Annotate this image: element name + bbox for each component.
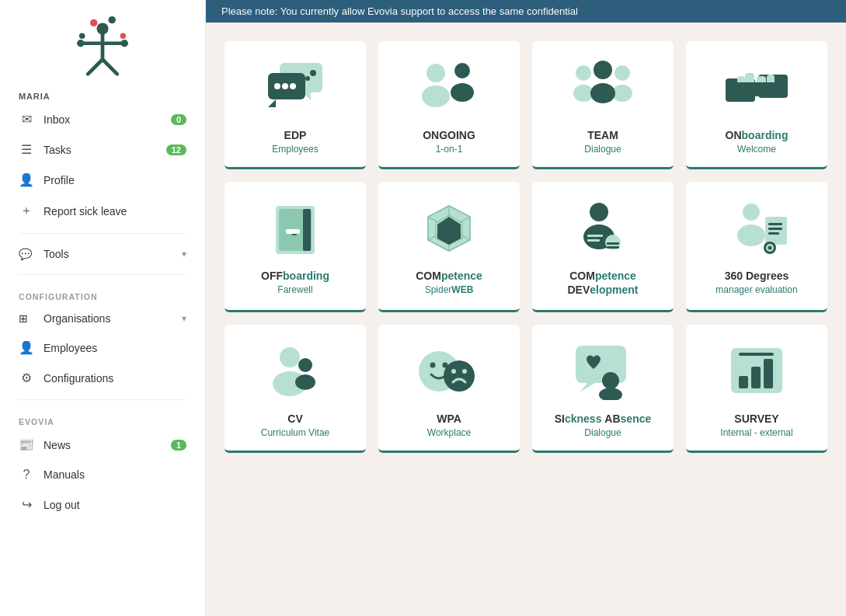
- top-banner: Please note: You currently allow Evovia …: [206, 0, 846, 23]
- tasks-label: Tasks: [44, 144, 71, 156]
- svg-point-23: [422, 85, 450, 107]
- module-team[interactable]: TEAM Dialogue: [532, 41, 674, 169]
- ongoing-subtitle: 1-on-1: [436, 144, 463, 155]
- inbox-badge: 0: [171, 114, 186, 125]
- organisations-icon: ⊞: [19, 312, 34, 325]
- svg-point-59: [737, 224, 765, 246]
- module-sickness[interactable]: SIckness ABsence Dialogue: [532, 325, 674, 453]
- module-edp[interactable]: EDP Employees: [225, 41, 366, 169]
- svg-point-51: [590, 203, 608, 221]
- nav-employees[interactable]: 👤 Employees: [0, 332, 205, 363]
- employees-icon: 👤: [19, 340, 34, 355]
- svg-rect-55: [607, 242, 619, 245]
- nav-logout[interactable]: ↪ Log out: [0, 489, 205, 520]
- main-content: Please note: You currently allow Evovia …: [206, 0, 846, 616]
- news-label: News: [44, 439, 71, 451]
- banner-text: Please note: You currently allow Evovia …: [221, 5, 578, 17]
- divider-1: [19, 233, 186, 234]
- cv-subtitle: Curriculum Vitae: [261, 427, 329, 438]
- nav-configurations[interactable]: ⚙ Configurations: [0, 363, 205, 393]
- team-subtitle: Dialogue: [584, 144, 621, 155]
- svg-rect-61: [768, 223, 782, 225]
- svg-point-58: [743, 204, 760, 221]
- nav-tools[interactable]: 💬 Tools ▾: [0, 240, 205, 268]
- configurations-icon: ⚙: [19, 371, 34, 385]
- onboarding-icon: [718, 57, 796, 119]
- svg-rect-82: [739, 376, 748, 388]
- svg-point-74: [444, 360, 475, 392]
- nav-manuals[interactable]: ? Manuals: [0, 460, 205, 489]
- spiderweb-subtitle: SpiderWEB: [425, 284, 474, 295]
- development-icon: [564, 197, 642, 259]
- module-360[interactable]: 360 Degrees manager evaluation: [686, 182, 827, 311]
- cv-title: CV: [287, 412, 302, 426]
- svg-point-80: [599, 388, 622, 400]
- logout-icon: ↪: [19, 497, 34, 512]
- module-cv[interactable]: CV Curriculum Vitae: [225, 325, 366, 453]
- nav-profile[interactable]: 👤 Profile: [0, 165, 205, 195]
- module-onboarding[interactable]: ONboarding Welcome: [686, 41, 827, 169]
- profile-label: Profile: [44, 174, 75, 186]
- module-ongoing[interactable]: ONGOING 1-on-1: [378, 41, 520, 169]
- onboarding-subtitle: Welcome: [737, 144, 776, 155]
- nav-organisations[interactable]: ⊞ Organisations ▾: [0, 305, 205, 332]
- svg-point-72: [430, 363, 436, 368]
- logo-container: [0, 0, 205, 85]
- inbox-icon: ✉: [19, 112, 34, 127]
- organisations-arrow-icon: ▾: [182, 313, 186, 324]
- svg-point-28: [614, 65, 630, 81]
- nav-tasks[interactable]: ☰ Tasks 12: [0, 134, 205, 165]
- employees-label: Employees: [44, 342, 97, 354]
- svg-point-67: [280, 347, 300, 367]
- offboarding-title: OFFboarding: [261, 269, 329, 283]
- svg-line-4: [103, 59, 117, 74]
- svg-point-5: [77, 40, 84, 47]
- svg-point-30: [594, 61, 612, 79]
- manuals-label: Manuals: [44, 468, 85, 481]
- survey-title: SURVEY: [734, 412, 778, 426]
- svg-point-18: [282, 83, 288, 89]
- nav-news[interactable]: 📰 News 1: [0, 430, 205, 460]
- svg-rect-41: [303, 209, 311, 251]
- svg-rect-83: [751, 367, 761, 388]
- profile-icon: 👤: [19, 172, 34, 187]
- svg-point-17: [274, 83, 280, 89]
- nav-inbox[interactable]: ✉ Inbox 0: [0, 104, 205, 134]
- module-survey[interactable]: SURVEY Internal - external: [686, 325, 827, 453]
- organisations-label: Organisations: [44, 312, 110, 325]
- sidebar-username: MARIA: [0, 85, 205, 104]
- 360-title: 360 Degrees: [725, 269, 789, 283]
- sick-label: Report sick leave: [44, 205, 127, 218]
- development-title: COMpetence DEVelopment: [567, 269, 638, 297]
- ongoing-title: ONGOING: [423, 128, 475, 142]
- tools-icon: 💬: [19, 248, 34, 260]
- news-badge: 1: [171, 440, 186, 451]
- survey-subtitle: Internal - external: [720, 427, 792, 438]
- module-wpa[interactable]: WPA Workplace: [378, 325, 520, 453]
- offboarding-subtitle: Farewell: [277, 284, 312, 295]
- svg-point-21: [305, 76, 310, 81]
- team-title: TEAM: [587, 128, 618, 142]
- spiderweb-icon: [410, 197, 488, 259]
- svg-line-3: [88, 59, 103, 74]
- wpa-subtitle: Workplace: [427, 427, 471, 438]
- svg-point-6: [121, 40, 128, 47]
- divider-3: [19, 399, 186, 400]
- svg-point-69: [298, 358, 312, 372]
- sickness-subtitle: Dialogue: [584, 427, 621, 438]
- sickness-title: SIckness ABsence: [555, 412, 652, 426]
- nav-report-sick[interactable]: ＋ Report sick leave: [0, 195, 205, 227]
- svg-rect-60: [765, 217, 787, 245]
- module-development[interactable]: COMpetence DEVelopment: [532, 182, 674, 311]
- svg-point-8: [109, 16, 116, 23]
- module-spiderweb[interactable]: COMpetence SpiderWEB: [378, 182, 520, 311]
- evovia-section-label: EVOVIA: [0, 406, 205, 430]
- news-icon: 📰: [19, 437, 34, 452]
- grid-container: EDP Employees ONGOING: [206, 23, 846, 616]
- ongoing-icon: [410, 57, 488, 119]
- cv-icon: [256, 340, 334, 402]
- logout-label: Log out: [44, 499, 80, 511]
- module-grid: EDP Employees ONGOING: [225, 41, 827, 453]
- edp-icon: [256, 57, 334, 119]
- module-offboarding[interactable]: OFFboarding Farewell: [225, 182, 366, 311]
